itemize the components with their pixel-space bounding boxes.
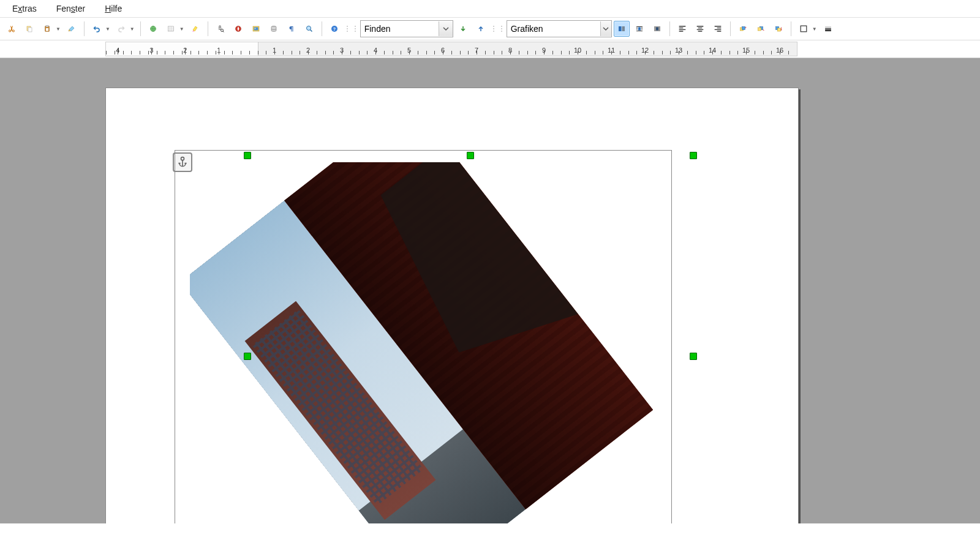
menubar: Extras Fenster Hilfe <box>0 0 980 18</box>
resize-handle-e[interactable] <box>690 353 697 360</box>
toolbar-grip[interactable] <box>353 21 357 37</box>
navigator-button[interactable] <box>230 21 246 37</box>
ruler-wrap: 432112345678910111213141516 <box>0 40 980 58</box>
help-button[interactable]: ? <box>326 21 342 37</box>
align-center-button[interactable] <box>692 21 708 37</box>
find-combo-caret[interactable] <box>439 21 453 36</box>
border-button[interactable] <box>796 21 812 37</box>
zoom-button[interactable] <box>301 21 317 37</box>
svg-point-1 <box>13 30 15 32</box>
toolbar-grip[interactable] <box>345 21 349 37</box>
selection-frame <box>175 150 672 523</box>
svg-rect-26 <box>777 28 780 31</box>
menu-window[interactable]: Fenster <box>51 2 90 15</box>
format-paintbrush-button[interactable] <box>64 21 80 37</box>
find-button[interactable] <box>213 21 228 37</box>
svg-rect-19 <box>638 28 641 31</box>
paragraph-style-input[interactable] <box>507 23 600 35</box>
toolbar-grip[interactable] <box>500 21 503 37</box>
resize-handle-w[interactable] <box>244 353 251 360</box>
hyperlink-button[interactable] <box>145 21 161 37</box>
gallery-button[interactable] <box>248 21 264 37</box>
paragraph-style-combo[interactable] <box>507 20 612 37</box>
resize-handle-ne[interactable] <box>690 152 697 159</box>
undo-dropdown-caret[interactable]: ▼ <box>105 26 110 32</box>
svg-rect-27 <box>801 26 807 32</box>
wrap-through-button[interactable] <box>649 21 665 37</box>
line-style-button[interactable] <box>820 21 836 37</box>
send-back-button[interactable] <box>753 21 769 37</box>
find-input[interactable] <box>361 23 439 35</box>
svg-rect-5 <box>46 26 48 28</box>
svg-text:?: ? <box>333 27 336 31</box>
svg-point-15 <box>306 26 311 31</box>
align-left-button[interactable] <box>674 21 690 37</box>
resize-handle-n[interactable] <box>467 152 474 159</box>
svg-rect-6 <box>46 28 48 31</box>
redo-dropdown-caret[interactable]: ▼ <box>130 26 135 32</box>
svg-rect-8 <box>168 26 173 31</box>
paste-dropdown-caret[interactable]: ▼ <box>56 26 61 32</box>
find-next-button[interactable] <box>455 21 471 37</box>
copy-button[interactable] <box>21 21 37 37</box>
document-workspace <box>0 58 980 523</box>
undo-button[interactable] <box>89 21 105 37</box>
svg-rect-22 <box>742 27 745 30</box>
resize-handle-nw[interactable] <box>244 152 251 159</box>
svg-point-9 <box>221 29 223 32</box>
pilcrow-button[interactable] <box>284 21 300 37</box>
svg-rect-20 <box>656 28 658 31</box>
svg-rect-12 <box>254 28 258 31</box>
svg-point-13 <box>254 28 255 29</box>
table-button[interactable] <box>163 21 179 37</box>
cut-button[interactable] <box>4 21 20 37</box>
highlight-button[interactable] <box>187 21 203 37</box>
wrap-none-button[interactable] <box>614 21 630 37</box>
border-dropdown-caret[interactable]: ▼ <box>812 26 817 32</box>
bring-front-button[interactable] <box>735 21 751 37</box>
horizontal-ruler[interactable]: 432112345678910111213141516 <box>105 42 797 56</box>
datasource-button[interactable] <box>266 21 282 37</box>
main-toolbar: ▼ ▼ ▼ ▼ ? ▼ <box>0 18 980 40</box>
paste-button[interactable] <box>39 21 55 37</box>
svg-rect-18 <box>619 26 622 31</box>
redo-button[interactable] <box>113 21 129 37</box>
toolbar-grip[interactable] <box>492 21 496 37</box>
align-right-button[interactable] <box>710 21 726 37</box>
style-combo-caret[interactable] <box>600 21 611 36</box>
wrap-page-button[interactable] <box>631 21 647 37</box>
menu-extras[interactable]: Extras <box>7 2 42 15</box>
menu-help[interactable]: Hilfe <box>100 2 127 15</box>
find-combo[interactable] <box>360 20 453 37</box>
svg-rect-24 <box>758 28 761 31</box>
svg-rect-3 <box>28 28 32 32</box>
arrange-button[interactable] <box>771 21 786 37</box>
table-dropdown-caret[interactable]: ▼ <box>179 26 184 32</box>
find-prev-button[interactable] <box>473 21 489 37</box>
svg-point-0 <box>9 30 11 32</box>
